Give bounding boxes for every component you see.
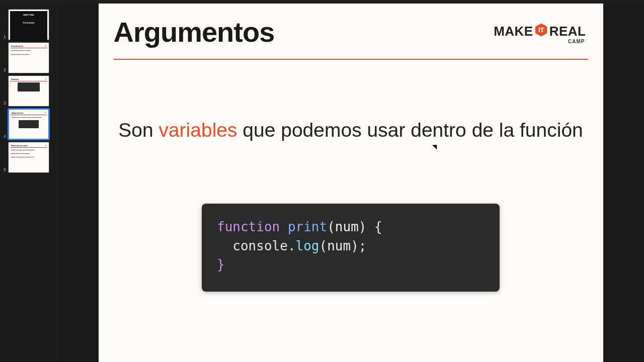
thumb-text: ▬▬▬ ▬ ▬▬▬ ▬▬ ▬▬▬ ▬▬ ▬▬ ▬▬▬ ▬ ▬▬ ▬▬▬ ▬▬▬ …	[10, 148, 47, 159]
slide-canvas[interactable]: Argumentos MAKE IT REAL CAMP Son variabl…	[57, 4, 644, 362]
slide-thumbnail-row[interactable]: 2 Introducción■ ▬▬ ▬▬▬ ▬▬▬ ▬ ▬▬▬ ▬▬ ▬ ▬▬…	[0, 42, 57, 74]
brand-real: REAL	[549, 24, 586, 39]
slide-thumbnail-row[interactable]: 4 Argumentos■ ▬ ▬▬▬▬ ▬▬▬▬ ▬ ▬▬ ▬▬ ▬ ▬▬▬	[0, 108, 57, 140]
code-line-1: function print(num) {	[217, 218, 485, 237]
lead-text[interactable]: Son variables que podemos usar dentro de…	[99, 119, 603, 141]
slide-thumbnail-2[interactable]: Introducción■ ▬▬ ▬▬▬ ▬▬▬ ▬ ▬▬▬ ▬▬ ▬ ▬▬▬ …	[8, 42, 49, 73]
slide-thumbnail-row[interactable]: 5 Retornar un valor■ ▬▬▬ ▬ ▬▬▬ ▬▬ ▬▬▬ ▬▬…	[0, 141, 57, 173]
lead-post: que podemos usar dentro de la función	[237, 119, 583, 141]
slide-number: 4	[0, 134, 8, 140]
title-underline	[114, 59, 588, 60]
slide-thumbnail-3[interactable]: Sintaxis■	[8, 75, 49, 107]
slide-number: 3	[0, 101, 8, 107]
slide-number: 5	[0, 167, 8, 173]
lead-pre: Son	[118, 119, 158, 141]
code-line-3: }	[217, 255, 485, 275]
thumb-code-preview	[19, 120, 39, 128]
slide-thumbnail-1[interactable]: MAKE IT REAL Funciones	[8, 9, 49, 40]
brand-logo: MAKE IT REAL CAMP	[494, 24, 586, 39]
app-menubar[interactable]	[0, 0, 644, 4]
thumb-title-text: Funciones	[11, 21, 46, 24]
slide-thumbnail-4[interactable]: Argumentos■ ▬ ▬▬▬▬ ▬▬▬▬ ▬ ▬▬ ▬▬ ▬ ▬▬▬	[8, 109, 49, 140]
slide-title[interactable]: Argumentos	[114, 16, 275, 48]
brand-camp: CAMP	[568, 39, 585, 44]
slide-thumbnail-row[interactable]: 1 MAKE IT REAL Funciones	[0, 9, 57, 41]
slide-number: 1	[0, 34, 8, 40]
thumb-text: ▬▬ ▬▬▬ ▬▬▬ ▬ ▬▬▬ ▬▬ ▬ ▬▬▬ ▬▬ ▬▬▬	[10, 48, 47, 56]
thumb-logo: MAKE IT REAL	[11, 14, 46, 16]
code-block[interactable]: function print(num) { console.log(num); …	[202, 204, 500, 292]
brand-hex-icon: IT	[535, 24, 548, 37]
lead-keyword: variables	[158, 119, 237, 141]
current-slide[interactable]: Argumentos MAKE IT REAL CAMP Son variabl…	[99, 4, 603, 362]
thumb-code-preview	[18, 82, 40, 92]
code-line-2: console.log(num);	[217, 237, 485, 256]
slide-thumbnail-5[interactable]: Retornar un valor■ ▬▬▬ ▬ ▬▬▬ ▬▬ ▬▬▬ ▬▬ ▬…	[8, 142, 49, 173]
slide-thumbnail-panel: 1 MAKE IT REAL Funciones 2 Introducción■…	[0, 4, 57, 362]
app-body: 1 MAKE IT REAL Funciones 2 Introducción■…	[0, 4, 644, 362]
slide-number: 2	[0, 67, 8, 73]
brand-make: MAKE	[494, 24, 533, 39]
mouse-cursor-icon: ◥	[432, 143, 437, 150]
slide-thumbnail-row[interactable]: 3 Sintaxis■	[0, 75, 57, 107]
